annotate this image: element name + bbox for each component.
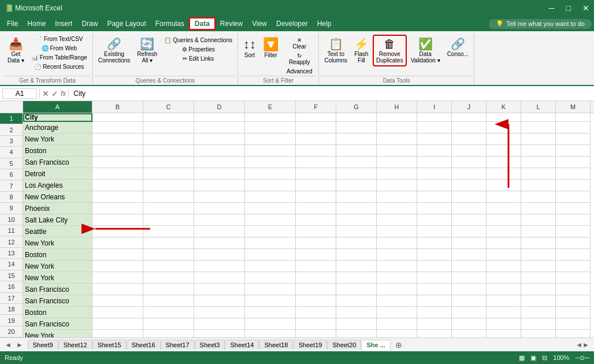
cell-j19[interactable] bbox=[452, 318, 487, 330]
col-header-h[interactable]: H bbox=[377, 101, 417, 113]
menu-item-file[interactable]: File bbox=[2, 18, 23, 29]
cell-j8[interactable] bbox=[452, 191, 487, 203]
col-header-i[interactable]: I bbox=[417, 101, 452, 113]
confirm-formula-icon[interactable]: ✓ bbox=[51, 89, 58, 98]
cell-m8[interactable] bbox=[556, 191, 591, 203]
cell-k6[interactable] bbox=[487, 168, 521, 180]
cell-a20[interactable]: New York bbox=[23, 330, 92, 337]
cell-e2[interactable] bbox=[245, 122, 296, 133]
col-header-e[interactable]: E bbox=[245, 101, 296, 113]
cell-f14[interactable] bbox=[296, 261, 336, 272]
cell-k17[interactable] bbox=[487, 295, 521, 307]
reapply-button[interactable]: ↻ Reapply bbox=[283, 51, 316, 66]
cell-f19[interactable] bbox=[296, 318, 336, 330]
cell-g9[interactable] bbox=[336, 203, 377, 214]
cell-c10[interactable] bbox=[143, 214, 194, 226]
cell-h2[interactable] bbox=[377, 122, 417, 133]
cell-g4[interactable] bbox=[336, 145, 377, 157]
cell-b3[interactable] bbox=[92, 133, 143, 145]
cell-h10[interactable] bbox=[377, 214, 417, 226]
cell-i15[interactable] bbox=[417, 272, 452, 284]
cell-d4[interactable] bbox=[194, 145, 245, 157]
cell-j5[interactable] bbox=[452, 157, 487, 168]
cell-j20[interactable] bbox=[452, 330, 487, 337]
cell-j14[interactable] bbox=[452, 261, 487, 272]
cell-b16[interactable] bbox=[92, 284, 143, 295]
cell-j1[interactable] bbox=[452, 113, 487, 122]
cell-j12[interactable] bbox=[452, 237, 487, 249]
cell-f4[interactable] bbox=[296, 145, 336, 157]
cell-f8[interactable] bbox=[296, 191, 336, 203]
maximize-btn[interactable]: □ bbox=[566, 3, 571, 13]
cell-b1[interactable] bbox=[92, 113, 143, 122]
cell-a12[interactable]: New York bbox=[23, 237, 92, 249]
cell-d15[interactable] bbox=[194, 272, 245, 284]
cell-m4[interactable] bbox=[556, 145, 591, 157]
minimize-btn[interactable]: ─ bbox=[549, 3, 555, 13]
cell-d16[interactable] bbox=[194, 284, 245, 295]
text-to-columns-button[interactable]: 📋 Text toColumns bbox=[321, 35, 350, 66]
cell-d2[interactable] bbox=[194, 122, 245, 133]
cell-a11[interactable]: Seattle bbox=[23, 226, 92, 237]
cell-h18[interactable] bbox=[377, 307, 417, 318]
cell-e8[interactable] bbox=[245, 191, 296, 203]
cell-k1[interactable] bbox=[487, 113, 521, 122]
cell-reference-box[interactable] bbox=[2, 88, 37, 99]
cell-j18[interactable] bbox=[452, 307, 487, 318]
cell-c14[interactable] bbox=[143, 261, 194, 272]
cell-e3[interactable] bbox=[245, 133, 296, 145]
cell-i1[interactable] bbox=[417, 113, 452, 122]
col-header-m[interactable]: M bbox=[556, 101, 591, 113]
cell-i2[interactable] bbox=[417, 122, 452, 133]
cell-h13[interactable] bbox=[377, 249, 417, 261]
menu-item-data[interactable]: Data bbox=[189, 17, 216, 30]
menu-item-insert[interactable]: Insert bbox=[50, 18, 77, 29]
cell-j10[interactable] bbox=[452, 214, 487, 226]
cell-b2[interactable] bbox=[92, 122, 143, 133]
cell-h8[interactable] bbox=[377, 191, 417, 203]
cell-c8[interactable] bbox=[143, 191, 194, 203]
cell-l2[interactable] bbox=[521, 122, 556, 133]
cell-c2[interactable] bbox=[143, 122, 194, 133]
cell-a7[interactable]: Los Angeles bbox=[23, 180, 92, 191]
cell-b8[interactable] bbox=[92, 191, 143, 203]
cell-a5[interactable]: San Francisco bbox=[23, 157, 92, 168]
cell-k7[interactable] bbox=[487, 180, 521, 191]
cell-a3[interactable]: New York bbox=[23, 133, 92, 145]
cell-i5[interactable] bbox=[417, 157, 452, 168]
cell-e1[interactable] bbox=[245, 113, 296, 122]
cell-b13[interactable] bbox=[92, 249, 143, 261]
cell-a1[interactable]: City bbox=[23, 113, 92, 122]
insert-function-icon[interactable]: fx bbox=[61, 90, 66, 98]
cell-b9[interactable] bbox=[92, 203, 143, 214]
cell-f1[interactable] bbox=[296, 113, 336, 122]
cell-b12[interactable] bbox=[92, 237, 143, 249]
cell-f17[interactable] bbox=[296, 295, 336, 307]
cell-e9[interactable] bbox=[245, 203, 296, 214]
cell-i11[interactable] bbox=[417, 226, 452, 237]
cell-e4[interactable] bbox=[245, 145, 296, 157]
cell-e12[interactable] bbox=[245, 237, 296, 249]
menu-item-help[interactable]: Help bbox=[313, 18, 336, 29]
cell-f7[interactable] bbox=[296, 180, 336, 191]
cell-e18[interactable] bbox=[245, 307, 296, 318]
cell-g20[interactable] bbox=[336, 330, 377, 337]
cell-f10[interactable] bbox=[296, 214, 336, 226]
cell-a6[interactable]: Detroit bbox=[23, 168, 92, 180]
cell-j4[interactable] bbox=[452, 145, 487, 157]
cell-b18[interactable] bbox=[92, 307, 143, 318]
cell-m10[interactable] bbox=[556, 214, 591, 226]
cell-a14[interactable]: New York bbox=[23, 261, 92, 272]
cell-m5[interactable] bbox=[556, 157, 591, 168]
cell-f16[interactable] bbox=[296, 284, 336, 295]
sheet-tab-sheet15[interactable]: Sheet15 bbox=[92, 340, 127, 350]
cell-i13[interactable] bbox=[417, 249, 452, 261]
cell-l6[interactable] bbox=[521, 168, 556, 180]
cell-e5[interactable] bbox=[245, 157, 296, 168]
cell-l5[interactable] bbox=[521, 157, 556, 168]
cell-h14[interactable] bbox=[377, 261, 417, 272]
cell-k9[interactable] bbox=[487, 203, 521, 214]
cell-c17[interactable] bbox=[143, 295, 194, 307]
view-layout-icon[interactable]: ▣ bbox=[530, 354, 536, 362]
cell-a10[interactable]: Salt Lake City bbox=[23, 214, 92, 226]
